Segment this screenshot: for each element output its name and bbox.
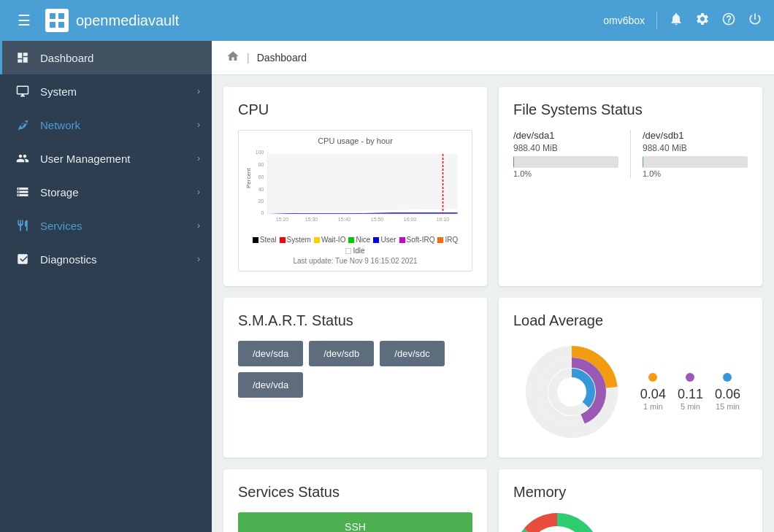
dashboard-grid: CPU CPU usage - by hour Percent 100 80 — [212, 75, 774, 532]
fs-sda1-percent: 1.0% — [513, 169, 618, 178]
breadcrumb-current: Dashboard — [257, 52, 307, 63]
filesystem-card-title: File Systems Status — [513, 101, 748, 118]
load-15min-val: 0.06 — [715, 387, 740, 402]
storage-icon — [14, 185, 31, 198]
sidebar-item-diagnostics[interactable]: Diagnostics › — [0, 242, 212, 276]
smart-btn-sda[interactable]: /dev/sda — [238, 341, 303, 366]
svg-text:15:20: 15:20 — [276, 217, 289, 222]
load-values: 0.04 1 min 0.11 5 min 0.06 15 min — [640, 373, 740, 411]
sidebar-item-network[interactable]: Network › — [0, 108, 212, 142]
sidebar-item-dashboard[interactable]: Dashboard — [0, 41, 212, 74]
smart-btn-sdb[interactable]: /dev/sdb — [309, 341, 374, 366]
load-1min-val: 0.04 — [640, 387, 666, 402]
svg-text:80: 80 — [258, 162, 264, 167]
services-arrow-icon: › — [197, 220, 200, 231]
topbar-left: ☰ openmediavault — [12, 9, 179, 32]
sidebar-item-system[interactable]: System › — [0, 74, 212, 108]
legend-softirq: Soft-IRQ — [399, 236, 435, 244]
dashboard-icon — [14, 51, 31, 64]
fs-sdb1-size: 988.40 MiB — [643, 143, 748, 153]
svg-text:Percent: Percent — [245, 168, 252, 188]
fs-sda1-bar-bg — [513, 156, 618, 168]
fs-divider — [630, 130, 631, 178]
svg-rect-0 — [50, 13, 55, 19]
settings-button[interactable] — [695, 12, 710, 30]
memory-card-title: Memory — [513, 484, 748, 501]
svg-text:40: 40 — [258, 187, 264, 192]
network-arrow-icon: › — [197, 120, 200, 130]
fs-sdb1-name: /dev/sdb1 — [643, 130, 748, 141]
fs-sda1-size: 988.40 MiB — [513, 143, 618, 153]
sidebar-item-storage[interactable]: Storage › — [0, 175, 212, 209]
load-15min-label: 15 min — [715, 402, 740, 411]
svg-text:15:40: 15:40 — [338, 217, 351, 222]
smart-btn-vda[interactable]: /dev/vda — [238, 372, 303, 398]
app-logo: openmediavault — [45, 9, 179, 32]
legend-steal: Steal — [253, 236, 277, 244]
system-icon — [14, 85, 31, 98]
fs-sda1-bar-fill — [513, 156, 514, 168]
username-label: omv6box — [603, 15, 645, 26]
svg-marker-25 — [268, 212, 458, 214]
sidebar-network-label: Network — [40, 119, 197, 131]
smart-btn-sdc[interactable]: /dev/sdc — [380, 341, 444, 366]
sidebar-item-services[interactable]: Services › — [0, 209, 212, 242]
fs-item-sdb1: /dev/sdb1 988.40 MiB 1.0% — [643, 130, 748, 178]
system-arrow-icon: › — [197, 86, 200, 96]
breadcrumb-bar: | Dashboard — [212, 41, 774, 75]
bell-icon — [669, 12, 683, 26]
content-area: | Dashboard CPU CPU usage - by hour Perc… — [212, 41, 774, 532]
load-1min-label: 1 min — [640, 402, 666, 411]
smart-card-title: S.M.A.R.T. Status — [238, 312, 472, 329]
user-management-icon — [14, 152, 31, 165]
notifications-button[interactable] — [669, 12, 683, 30]
sidebar: Dashboard System › Network › User Manage… — [0, 41, 212, 532]
load-15min: 0.06 15 min — [715, 373, 740, 411]
fs-item-sda1: /dev/sda1 988.40 MiB 1.0% — [513, 130, 618, 178]
fs-sdb1-bar-bg — [643, 156, 748, 168]
topbar-divider — [656, 12, 657, 29]
breadcrumb-separator: | — [247, 52, 250, 63]
load-5min: 0.11 5 min — [678, 373, 703, 411]
load-gauge-container: 0.04 1 min 0.11 5 min 0.06 15 min — [513, 341, 748, 443]
diagnostics-icon — [14, 252, 31, 266]
services-card-title: Services Status — [238, 484, 472, 501]
main-layout: Dashboard System › Network › User Manage… — [0, 41, 774, 532]
filesystem-row: /dev/sda1 988.40 MiB 1.0% /dev/sdb1 988.… — [513, 130, 748, 178]
topbar-right: omv6box — [603, 12, 762, 30]
svg-rect-3 — [58, 22, 64, 28]
help-button[interactable] — [721, 12, 736, 30]
fs-sdb1-bar-fill — [643, 156, 643, 168]
network-icon — [14, 118, 31, 131]
user-mgmt-arrow-icon: › — [197, 153, 200, 163]
cpu-card-title: CPU — [238, 101, 472, 118]
power-icon — [748, 12, 762, 26]
app-title: openmediavault — [76, 12, 179, 29]
power-button[interactable] — [748, 12, 762, 30]
memory-donut-svg — [513, 512, 601, 532]
cpu-chart-container: CPU usage - by hour Percent 100 80 60 — [238, 130, 472, 271]
legend-system: System — [280, 236, 311, 244]
load-5min-dot — [686, 373, 694, 382]
svg-rect-1 — [58, 13, 64, 19]
sidebar-user-mgmt-label: User Management — [40, 153, 197, 165]
sidebar-storage-label: Storage — [40, 186, 197, 198]
load-1min-dot — [648, 373, 657, 382]
legend-idle: Idle — [345, 247, 364, 255]
load-average-card: Load Average — [499, 298, 762, 458]
home-icon[interactable] — [226, 50, 240, 66]
sidebar-item-user-management[interactable]: User Management › — [0, 142, 212, 175]
svg-text:0: 0 — [261, 210, 264, 215]
svg-marker-24 — [268, 154, 458, 214]
load-5min-label: 5 min — [678, 402, 703, 411]
storage-arrow-icon: › — [197, 187, 200, 197]
cpu-chart-svg: Percent 100 80 60 40 20 — [245, 148, 466, 228]
hamburger-button[interactable]: ☰ — [12, 9, 37, 32]
svg-text:60: 60 — [258, 174, 264, 180]
cpu-chart-title: CPU usage - by hour — [245, 136, 466, 145]
memory-layout: 1.94 GiB Total 275.59 MiB 14% 1.67 GiB 8… — [513, 512, 748, 532]
svg-text:15:30: 15:30 — [305, 217, 318, 222]
svg-text:16:10: 16:10 — [437, 217, 450, 222]
ssh-service-button[interactable]: SSH — [238, 512, 472, 532]
services-status-card: Services Status SSH — [223, 469, 487, 532]
